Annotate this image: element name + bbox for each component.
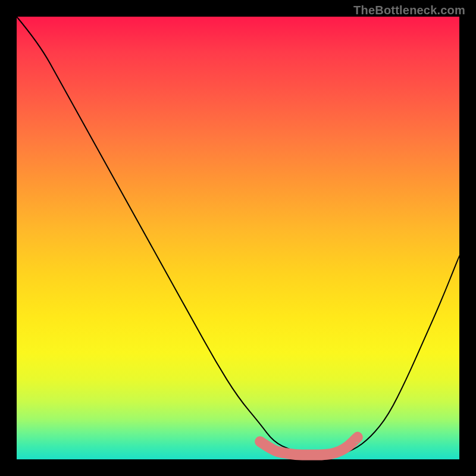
chart-container: TheBottleneck.com	[0, 0, 476, 476]
watermark-label: TheBottleneck.com	[353, 4, 465, 17]
plot-area	[17, 17, 459, 459]
bottleneck-curve	[17, 17, 459, 455]
chart-svg	[17, 17, 459, 459]
bottom-accent-curve	[260, 437, 358, 455]
